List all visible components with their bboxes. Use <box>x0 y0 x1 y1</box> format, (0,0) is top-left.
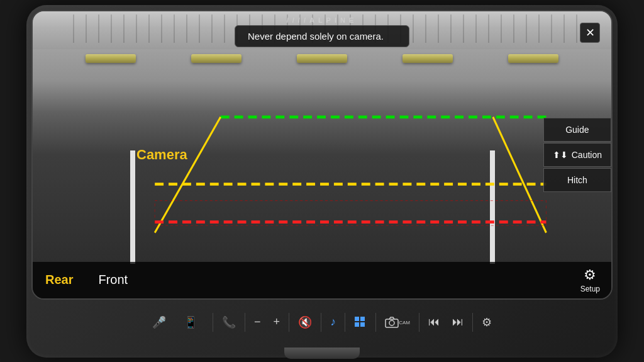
right-sidebar: Guide ⬆⬇ Caution Hitch <box>543 118 611 192</box>
svg-point-11 <box>389 320 394 325</box>
mount-tab <box>284 348 360 359</box>
separator-7 <box>419 313 419 332</box>
mute-button[interactable]: 🔇 <box>292 315 318 329</box>
warning-banner: Never depend solely on camera. <box>235 25 409 47</box>
screen-bezel: ////ALPINE Never depend solely on camera… <box>31 10 613 300</box>
road-line-left <box>130 150 135 264</box>
gear-icon: ⚙ <box>584 267 596 283</box>
cam-button[interactable]: CAM <box>379 317 416 328</box>
ground <box>33 49 611 261</box>
setup-button[interactable]: ⚙ Setup <box>580 267 600 293</box>
mic-button[interactable]: 🎤 <box>146 315 172 329</box>
rear-label[interactable]: Rear <box>45 273 73 287</box>
separator-3 <box>289 313 289 332</box>
bumper-3 <box>297 54 347 63</box>
device-shell: ////ALPINE Never depend solely on camera… <box>26 5 618 358</box>
separator-1 <box>213 313 213 332</box>
road-line-right <box>490 150 495 264</box>
separator-8 <box>472 313 473 332</box>
alpine-logo: ////ALPINE <box>287 16 358 24</box>
caution-arrows-icon: ⬆⬇ <box>553 150 568 160</box>
cam-label: CAM <box>399 320 410 325</box>
bumper-4 <box>402 54 453 63</box>
separator-2 <box>245 313 245 332</box>
separator-6 <box>375 313 376 332</box>
settings-button[interactable]: ⚙ <box>475 315 498 329</box>
camera-view: ////ALPINE Never depend solely on camera… <box>33 11 611 298</box>
hitch-button[interactable]: Hitch <box>543 168 611 192</box>
left-controls: 🎤 📱 <box>146 315 204 329</box>
camera-icon <box>385 317 399 328</box>
svg-rect-6 <box>355 317 359 321</box>
skip-fwd-button[interactable]: ⏭ <box>446 315 470 329</box>
bumper-1 <box>86 54 136 63</box>
control-bar: 🎤 📱 📞 − + 🔇 ♪ CAM <box>31 300 613 345</box>
skip-back-button[interactable]: ⏮ <box>422 315 446 329</box>
close-button[interactable]: ✕ <box>580 23 600 43</box>
parking-bumpers <box>33 54 611 63</box>
bottom-bar: Rear Front ⚙ Setup <box>33 262 611 298</box>
minus-button[interactable]: 📞 <box>216 315 242 329</box>
caution-button[interactable]: ⬆⬇ Caution <box>543 143 611 167</box>
music-button[interactable]: ♪ <box>324 315 342 329</box>
svg-rect-7 <box>360 317 365 321</box>
svg-rect-9 <box>360 322 365 327</box>
volume-down-button[interactable]: − <box>248 315 267 329</box>
warning-text: Never depend solely on camera. <box>248 31 384 42</box>
bumper-2 <box>191 54 242 63</box>
volume-up-button[interactable]: + <box>267 315 287 329</box>
guide-button[interactable]: Guide <box>543 118 611 142</box>
phone-button[interactable]: 📱 <box>177 315 204 329</box>
bumper-5 <box>508 54 558 63</box>
svg-rect-8 <box>355 322 359 327</box>
caution-label: Caution <box>572 150 602 160</box>
separator-4 <box>321 313 321 332</box>
setup-label: Setup <box>580 285 600 293</box>
grid-icon <box>354 316 367 329</box>
front-label[interactable]: Front <box>98 273 128 287</box>
separator-5 <box>345 313 345 332</box>
grid-button[interactable] <box>348 316 373 329</box>
camera-label: Camera <box>136 147 187 163</box>
